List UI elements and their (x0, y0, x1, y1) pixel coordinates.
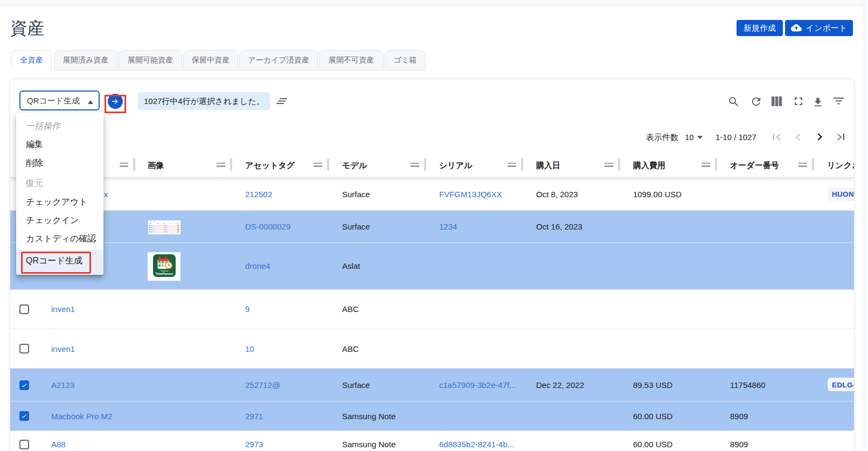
svg-text:TimePlanner: TimePlanner (156, 272, 173, 275)
